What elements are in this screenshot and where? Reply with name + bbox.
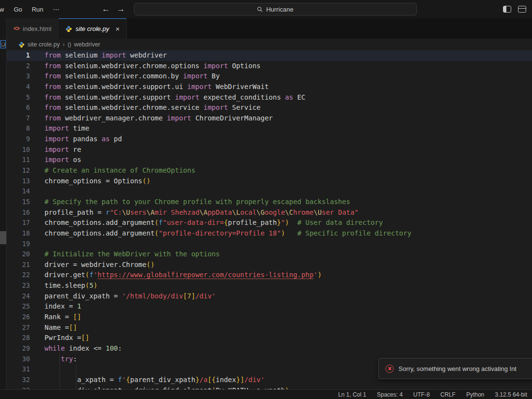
code-text: # Create an instance of ChromeOptions	[44, 165, 195, 176]
code-line[interactable]: 17chrome_options.add_argument(f"user-dat…	[7, 218, 532, 228]
status-item[interactable]: Ln 1, Col 1	[338, 391, 366, 398]
code-line[interactable]: 7from webdriver_manager.chrome import Ch…	[7, 113, 532, 124]
code-text: index = 1	[44, 301, 81, 312]
line-number: 12	[7, 165, 30, 176]
tab-label: index.html	[23, 25, 51, 32]
editor-tabs: <> index.html site crole.py ×	[7, 18, 532, 39]
code-line[interactable]: 28PwrIndx =[]	[7, 333, 532, 343]
code-text: chrome_options = Options()	[44, 176, 150, 187]
symbol-braces-icon: {}	[68, 42, 71, 47]
code-line[interactable]: 6from selenium.webdriver.chrome.service …	[7, 103, 532, 113]
tab-index-html[interactable]: <> index.html	[7, 18, 59, 39]
code-line[interactable]: 13chrome_options = Options()	[7, 176, 532, 187]
code-line[interactable]: 5from selenium.webdriver.support import …	[7, 92, 532, 103]
code-text: Rank = []	[44, 312, 81, 323]
code-text: try:	[44, 354, 77, 365]
status-item[interactable]: UTF-8	[414, 391, 430, 398]
line-number: 21	[7, 260, 30, 270]
close-tab-icon[interactable]: ×	[116, 25, 120, 32]
code-line[interactable]: 15# Specify the path to your Chrome prof…	[7, 197, 532, 207]
line-number: 6	[7, 103, 30, 113]
code-text: import re	[44, 145, 81, 155]
code-line[interactable]: 24parent_div_xpath = '/html/body/div[7]/…	[7, 291, 532, 302]
code-text: parent_div_xpath = '/html/body/div[7]/di…	[44, 291, 216, 302]
command-center-search[interactable]: Hurricane	[134, 3, 417, 15]
code-line[interactable]: 4from selenium.webdriver.support.ui impo…	[7, 82, 532, 92]
breadcrumb-symbol[interactable]: webdriver	[74, 41, 100, 48]
code-text: import time	[44, 123, 89, 134]
code-line[interactable]: 12# Create an instance of ChromeOptions	[7, 165, 532, 176]
search-icon	[257, 6, 263, 13]
code-text: profile_path = r"C:\Users\Amir Shehzad\A…	[44, 207, 358, 218]
code-text: from selenium.webdriver.chrome.options i…	[44, 61, 261, 72]
menu-item[interactable]: Go	[9, 6, 27, 13]
code-line[interactable]: 8import time	[7, 123, 532, 134]
code-line[interactable]: 9import pandas as pd	[7, 134, 532, 145]
scrollbar-thumb[interactable]	[0, 231, 6, 244]
line-number: 8	[7, 123, 30, 134]
line-number: 23	[7, 281, 30, 291]
error-circle-icon	[385, 365, 394, 373]
code-line[interactable]: 29while index <= 100:	[7, 343, 532, 354]
code-line[interactable]: 27Name =[]	[7, 323, 532, 333]
code-line[interactable]: 22driver.get(f'https://www.globalfirepow…	[7, 270, 532, 281]
code-line[interactable]: 10import re	[7, 145, 532, 155]
status-bar: Ln 1, Col 1Spaces: 4UTF-8CRLFPython3.12.…	[0, 389, 532, 399]
code-line[interactable]: 33 div_element = driver.find_element(By.…	[7, 385, 532, 390]
python-file-icon	[65, 26, 72, 32]
code-line[interactable]: 19	[7, 239, 532, 250]
code-line[interactable]: 11import os	[7, 155, 532, 165]
status-item[interactable]: Python	[466, 391, 484, 398]
code-editor[interactable]: 1from selenium import webdriver2from sel…	[7, 50, 532, 389]
line-number: 29	[7, 343, 30, 354]
code-line[interactable]: 18chrome_options.add_argument("profile-d…	[7, 228, 532, 239]
line-number: 3	[7, 71, 30, 82]
code-text: from selenium import webdriver	[44, 50, 167, 61]
code-text: from selenium.webdriver.support.ui impor…	[44, 82, 269, 92]
breadcrumb-file[interactable]: site crole.py	[28, 41, 60, 48]
line-number: 32	[7, 375, 30, 385]
python-file-icon	[18, 42, 25, 48]
menu-item[interactable]: ⋯	[48, 6, 64, 13]
line-number: 7	[7, 113, 30, 124]
code-lines: 1from selenium import webdriver2from sel…	[7, 50, 532, 389]
code-line[interactable]: 2from selenium.webdriver.chrome.options …	[7, 61, 532, 72]
code-text: Name =[]	[44, 323, 77, 333]
customize-layout-icon[interactable]	[518, 6, 526, 13]
toggle-sidebar-icon[interactable]	[503, 6, 511, 13]
code-text: # Initialize the WebDriver with the opti…	[44, 249, 220, 260]
code-line[interactable]: 16profile_path = r"C:\Users\Amir Shehzad…	[7, 207, 532, 218]
tab-site-crole-py[interactable]: site crole.py ×	[59, 18, 127, 39]
code-line[interactable]: 20# Initialize the WebDriver with the op…	[7, 249, 532, 260]
code-line[interactable]: 25index = 1	[7, 301, 532, 312]
code-text: from selenium.webdriver.support import e…	[44, 92, 305, 103]
code-line[interactable]: 23time.sleep(5)	[7, 281, 532, 291]
back-button[interactable]: ←	[102, 4, 110, 14]
status-item[interactable]: CRLF	[441, 391, 456, 398]
glyph-margin-icon[interactable]: ❏	[0, 40, 6, 48]
line-number: 25	[7, 301, 30, 312]
line-number: 28	[7, 333, 30, 343]
code-line[interactable]: 3from selenium.webdriver.common.by impor…	[7, 71, 532, 82]
code-line[interactable]: 14	[7, 186, 532, 197]
error-notification-toast[interactable]: Sorry, something went wrong activating I…	[378, 358, 532, 379]
line-number: 4	[7, 82, 30, 92]
status-item[interactable]: Spaces: 4	[377, 391, 402, 398]
code-line[interactable]: 1from selenium import webdriver	[7, 50, 532, 61]
vscode-window: wGoRun⋯ ← → Hurricane <> index.html	[0, 0, 532, 399]
status-item[interactable]: 3.12.5 64-bit	[495, 391, 527, 398]
code-text: PwrIndx =[]	[44, 333, 89, 343]
line-number: 17	[7, 218, 30, 228]
breadcrumb: site crole.py › {} webdriver	[7, 39, 532, 50]
html-file-icon: <>	[14, 25, 19, 32]
menu-item[interactable]: w	[0, 6, 9, 13]
history-navigation: ← →	[102, 4, 125, 14]
line-number: 13	[7, 176, 30, 187]
code-line[interactable]: 21driver = webdriver.Chrome()	[7, 260, 532, 270]
menu-item[interactable]: Run	[27, 6, 48, 13]
search-query-text: Hurricane	[266, 6, 293, 13]
line-number: 16	[7, 207, 30, 218]
forward-button[interactable]: →	[117, 4, 125, 14]
code-line[interactable]: 26Rank = []	[7, 312, 532, 323]
code-text: from selenium.webdriver.chrome.service i…	[44, 103, 261, 113]
